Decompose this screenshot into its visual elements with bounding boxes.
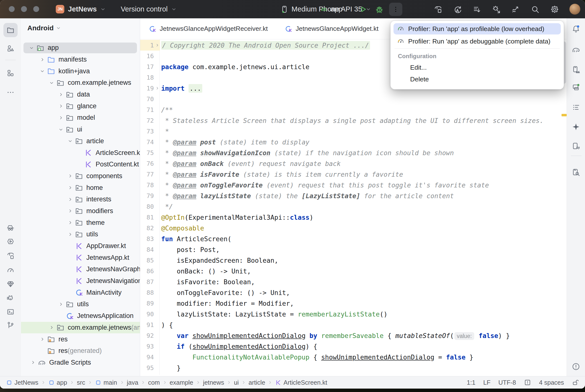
chevron-right-icon[interactable] <box>47 323 56 332</box>
breadcrumb-item-java[interactable]: java <box>127 379 138 386</box>
tab-jetnewsglanceappwidgetreceiver[interactable]: JetnewsGlanceAppWidgetReceiver.kt <box>140 18 276 39</box>
menu-item-delete[interactable]: Delete <box>410 74 429 84</box>
code-line-77[interactable]: 77 * @param isFavorite (state) is this i… <box>140 169 561 180</box>
project-view-selector[interactable]: Android <box>28 23 61 33</box>
tree-item-interests[interactable]: interests <box>21 194 140 205</box>
code-line-88[interactable]: 88 onToggleFavorite: () -> Unit, <box>140 287 561 298</box>
run-config-selector[interactable]: app <box>320 0 352 18</box>
tool-git-branch[interactable] <box>6 321 15 329</box>
traffic-light-minimize[interactable] <box>21 6 27 12</box>
tree-item-article[interactable]: article <box>21 136 140 147</box>
code-line-79[interactable]: 79 * @param lazyListState (state) the [L… <box>140 190 561 201</box>
breadcrumb-item-src[interactable]: src <box>77 379 85 386</box>
code-line-72[interactable]: 72 * Stateless Article Screen that displ… <box>140 115 561 126</box>
tool-inspection-diamond[interactable] <box>6 280 15 288</box>
line-ending[interactable]: LF <box>483 379 491 386</box>
tree-item-jetnewsapplication[interactable]: JetnewsApplication <box>21 310 140 322</box>
menu-item-profiler-debuggable[interactable]: Profiler: Run 'app' as debuggable (compl… <box>393 36 561 47</box>
chevron-right-icon[interactable] <box>56 113 66 122</box>
chevron-down-icon[interactable] <box>66 136 75 146</box>
code-line-78[interactable]: 78 * @param onToggleFavorite (event) req… <box>140 180 561 190</box>
tree-item-model[interactable]: model <box>21 112 140 124</box>
chevron-right-icon[interactable] <box>66 206 75 216</box>
tree-item-modifiers[interactable]: modifiers <box>21 205 140 217</box>
chevron-right-icon[interactable] <box>66 195 75 204</box>
profiler-waves-button[interactable] <box>512 5 520 14</box>
tree-item-mainactivity[interactable]: MainActivity <box>21 287 140 298</box>
code-line-76[interactable]: 76 * @param onBack (event) request navig… <box>140 158 561 169</box>
project-selector[interactable]: JetNews Version control <box>68 0 177 18</box>
tree-item-jetnewsapp-kt[interactable]: JetnewsApp.kt <box>21 252 140 264</box>
code-line-87[interactable]: 87 isFavorite: Boolean, <box>140 276 561 287</box>
tree-item-utils[interactable]: utils <box>21 298 140 310</box>
tree-item-postcontent-kt[interactable]: PostContent.kt <box>21 158 140 170</box>
tool-resource-manager[interactable] <box>6 44 15 52</box>
code-line-86[interactable]: 86 onBack: () -> Unit, <box>140 266 561 276</box>
indent-setting[interactable]: 4 spaces <box>539 379 564 386</box>
chevron-right-icon[interactable] <box>56 90 66 99</box>
traffic-light-close[interactable] <box>9 6 15 12</box>
chevron-down-icon[interactable] <box>47 78 56 88</box>
tree-item-utils[interactable]: utils <box>21 228 140 240</box>
chevron-right-icon[interactable] <box>28 358 38 367</box>
debug-button[interactable] <box>375 5 384 14</box>
tool-document-search[interactable] <box>571 168 580 177</box>
chevron-down-icon[interactable] <box>27 43 36 52</box>
tool-run-hexagon[interactable] <box>6 237 15 246</box>
tool-device-link[interactable] <box>571 142 580 150</box>
more-actions-button[interactable] <box>389 3 402 16</box>
chevron-right-icon[interactable] <box>66 230 75 239</box>
code-line-83[interactable]: 83fun ArticleScreen( <box>140 234 561 244</box>
tree-item-ui[interactable]: ui <box>21 124 140 136</box>
vcs-label[interactable]: Version control <box>121 0 168 18</box>
tree-item-jetnewsnavigation[interactable]: JetnewsNavigation <box>21 275 140 287</box>
code-line-75[interactable]: 75 * @param showNavigationIcon (state) i… <box>140 147 561 158</box>
code-line-70[interactable]: 70 <box>140 94 561 104</box>
code-line-94[interactable]: 94 FunctionalityNotAvailablePopup { show… <box>140 352 561 362</box>
tree-item-home[interactable]: home <box>21 182 140 194</box>
tree-item-res[interactable]: res <box>21 333 140 345</box>
chevron-down-icon[interactable] <box>38 66 47 76</box>
tool-structure-list[interactable] <box>571 103 580 112</box>
breadcrumb-item-jetnews[interactable]: jetnews <box>203 379 224 386</box>
breadcrumb-item-com[interactable]: com <box>148 379 160 386</box>
tool-logcat-cat[interactable] <box>6 294 15 302</box>
code-area[interactable]: 1/ Copyright 2020 The Android Open Sourc… <box>140 40 561 373</box>
tool-incognito[interactable] <box>6 224 15 232</box>
tree-item-com-example-jetnews[interactable]: com.example.jetnews <box>21 77 140 89</box>
tool-running-devices[interactable] <box>571 83 580 92</box>
menu-item-profiler-profileable[interactable]: Profiler: Run 'app' as profileable (low … <box>393 23 561 34</box>
code-line-73[interactable]: 73 * <box>140 126 561 136</box>
tool-gemini-spark[interactable] <box>571 122 580 131</box>
tree-item-kotlin-java[interactable]: kotlin+java <box>21 65 140 77</box>
tool-terminal[interactable] <box>6 308 15 316</box>
breadcrumb-item-ui[interactable]: ui <box>234 379 239 386</box>
tool-structure-squares[interactable] <box>6 69 15 77</box>
tree-item-res[interactable]: res (generated) <box>21 345 140 357</box>
traffic-light-zoom[interactable] <box>33 6 39 12</box>
tool-project-folder[interactable] <box>4 23 18 37</box>
tool-notifications-bell[interactable] <box>571 24 580 33</box>
code-line-95[interactable]: 95 } <box>140 362 561 373</box>
code-line-84[interactable]: 84 post: Post, <box>140 244 561 255</box>
fold-indicator-icon[interactable] <box>154 83 160 94</box>
chevron-right-icon[interactable] <box>66 218 75 227</box>
code-line-92[interactable]: 92 var showUnimplementedActionDialog by … <box>140 330 561 341</box>
tool-build-hammer[interactable] <box>6 252 15 260</box>
tree-item-data[interactable]: data <box>21 89 140 100</box>
settings-gear-button[interactable] <box>550 5 559 14</box>
chevron-down-icon[interactable] <box>56 125 66 134</box>
tree-item-manifests[interactable]: manifests <box>21 54 140 66</box>
inspection-widget-icon[interactable] <box>524 379 531 386</box>
chevron-right-icon[interactable] <box>56 102 66 111</box>
caret-position[interactable]: 1:1 <box>467 379 475 386</box>
tab-jetnewsglanceappwidget[interactable]: JetnewsGlanceAppWidget.kt <box>276 18 387 39</box>
user-avatar[interactable] <box>569 4 580 15</box>
run-button[interactable] <box>359 5 367 14</box>
breadcrumb-item-app[interactable]: app <box>48 379 67 386</box>
code-line-81[interactable]: 81@OptIn(ExperimentalMaterial3Api::class… <box>140 212 561 223</box>
tree-item-theme[interactable]: theme <box>21 217 140 228</box>
tool-problem-circle[interactable] <box>571 362 580 371</box>
code-line-82[interactable]: 82@Composable <box>140 223 561 234</box>
unlock-icon[interactable] <box>572 379 579 386</box>
